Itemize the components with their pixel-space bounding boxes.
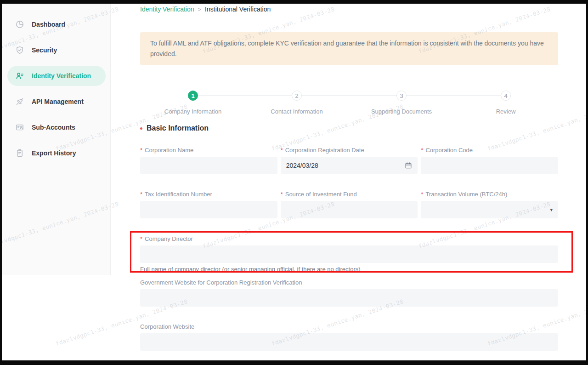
source-of-investment-fund-input[interactable]	[281, 201, 418, 218]
dashboard-icon	[15, 20, 24, 29]
step-label: Contact Information	[271, 108, 322, 115]
clipboard-icon	[15, 148, 24, 158]
required-asterisk: *	[140, 147, 142, 154]
dropdown-caret-icon[interactable]: ▾	[550, 207, 553, 213]
field-label: *Source of Investment Fund	[281, 191, 418, 198]
sub-accounts-card-icon	[15, 123, 24, 132]
field-tax-identification-number: *Tax Identification Number	[140, 191, 277, 218]
sidebar-item-export-history[interactable]: Export History	[7, 143, 106, 163]
corporation-website-input[interactable]	[140, 333, 558, 351]
shield-check-icon	[15, 46, 24, 55]
field-label: Corporation Website	[140, 324, 558, 330]
required-asterisk: *	[281, 191, 283, 198]
breadcrumb-separator-icon: >	[198, 6, 202, 13]
section-title-basic-information: Basic Information	[140, 124, 209, 132]
sidebar-item-label: Sub-Accounts	[32, 124, 75, 131]
step-label: Review	[496, 108, 516, 115]
field-corporation-name: *Corporation Name	[140, 147, 277, 174]
step-number: 3	[396, 91, 407, 101]
main-content: Identity Verification > Institutional Ve…	[140, 4, 558, 360]
corporation-registration-date-input[interactable]	[281, 157, 418, 174]
screenshot-frame: Dashboard Security Identity Verification	[0, 0, 588, 365]
step-number: 2	[292, 91, 302, 101]
step-label: Company Information	[164, 108, 221, 115]
required-asterisk: *	[421, 191, 423, 198]
field-label: *Tax Identification Number	[140, 191, 277, 198]
required-asterisk: *	[281, 147, 283, 154]
required-asterisk: *	[140, 235, 142, 242]
transaction-volume-select[interactable]	[421, 201, 558, 218]
section-bullet-dot	[140, 127, 142, 130]
breadcrumb-current: Institutional Verification	[205, 6, 271, 13]
field-label: Government Website for Corporation Regis…	[140, 279, 558, 286]
form-row-2: *Tax Identification Number *Source of In…	[140, 191, 558, 218]
field-source-of-investment-fund: *Source of Investment Fund	[281, 191, 418, 218]
app-page: Dashboard Security Identity Verification	[2, 4, 586, 360]
field-company-director: *Company Director Full name of company d…	[140, 236, 558, 273]
sidebar-item-api-management[interactable]: API Management	[7, 91, 106, 112]
field-label: *Corporation Registration Date	[281, 147, 418, 154]
required-asterisk: *	[421, 147, 423, 154]
step-review: 4 Review	[464, 91, 547, 115]
sidebar-item-label: API Management	[32, 98, 84, 105]
step-number: 1	[188, 91, 198, 101]
sidebar-item-security[interactable]: Security	[7, 40, 106, 60]
required-asterisk: *	[140, 191, 142, 198]
sidebar-item-label: Identity Verification	[32, 72, 91, 80]
step-contact-information: 2 Contact Information	[255, 91, 338, 115]
sidebar-item-identity-verification[interactable]: Identity Verification	[7, 66, 106, 86]
sidebar: Dashboard Security Identity Verification	[2, 4, 111, 275]
step-number: 4	[501, 91, 511, 101]
corporation-name-input[interactable]	[140, 157, 277, 174]
field-label: *Corporation Name	[140, 147, 277, 154]
step-supporting-documents: 3 Supporting Documents	[360, 91, 443, 115]
field-corporation-code: *Corporation Code	[421, 147, 558, 174]
form-row-1: *Corporation Name *Corporation Registrat…	[140, 147, 558, 174]
breadcrumb-identity-verification-link[interactable]: Identity Verification	[140, 6, 194, 13]
field-corporation-website: Corporation Website	[140, 324, 558, 351]
government-website-input[interactable]	[140, 289, 558, 307]
api-plug-icon	[15, 97, 24, 106]
step-label: Supporting Documents	[371, 108, 432, 115]
corporation-code-input[interactable]	[421, 157, 558, 174]
breadcrumb: Identity Verification > Institutional Ve…	[140, 6, 271, 13]
sidebar-item-label: Export History	[32, 149, 76, 157]
field-label: *Transaction Volume (BTC/24h)	[421, 191, 558, 198]
sidebar-item-sub-accounts[interactable]: Sub-Accounts	[7, 117, 106, 137]
field-transaction-volume: *Transaction Volume (BTC/24h) ▾	[421, 191, 558, 218]
tax-identification-number-input[interactable]	[140, 201, 277, 218]
company-director-helper-text: Full name of company director (or senior…	[140, 266, 558, 273]
step-company-information: 1 Company Information	[152, 91, 234, 115]
company-director-input[interactable]	[140, 245, 558, 263]
sidebar-item-dashboard[interactable]: Dashboard	[7, 14, 106, 34]
calendar-icon[interactable]	[405, 162, 412, 169]
field-label: *Company Director	[140, 236, 558, 242]
field-government-website: Government Website for Corporation Regis…	[140, 279, 558, 307]
field-label: *Corporation Code	[421, 147, 558, 154]
kyc-notice-banner: To fulfill AML and ATF obligations, comp…	[140, 32, 558, 65]
field-corporation-registration-date: *Corporation Registration Date	[281, 147, 418, 174]
sidebar-item-label: Security	[32, 46, 57, 54]
identity-person-icon	[15, 71, 24, 80]
sidebar-item-label: Dashboard	[32, 21, 65, 28]
